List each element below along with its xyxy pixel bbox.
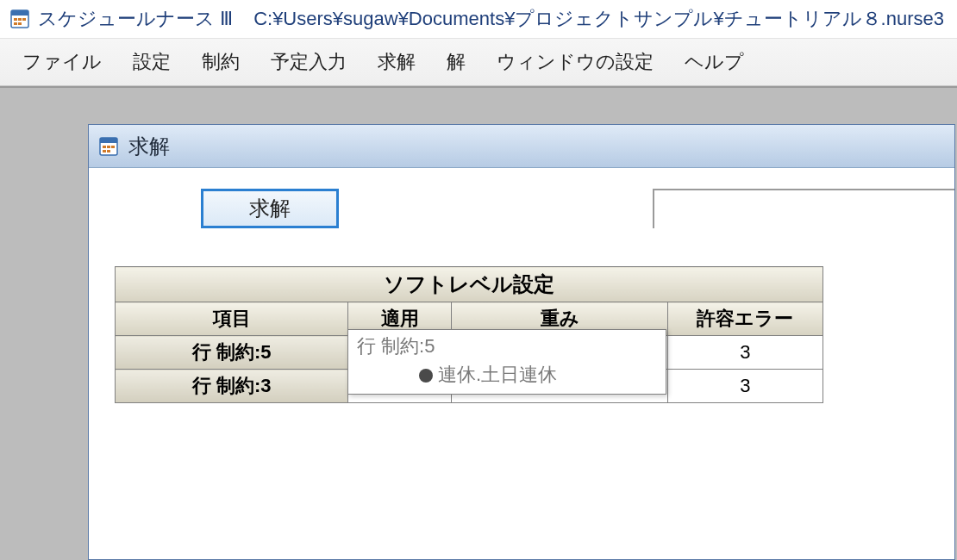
svg-rect-8 [100, 138, 117, 143]
tooltip-line1: 行 制約:5 [357, 332, 659, 360]
menu-window-settings[interactable]: ウィンドウの設定 [481, 44, 669, 80]
solve-child-window: 求解 求解 ソフトレベル設定 項目 適用 重み 許容エラー [88, 124, 955, 560]
svg-rect-13 [107, 150, 110, 152]
cell-allow-error[interactable]: 3 [667, 336, 823, 370]
cell-item[interactable]: 行 制約:5 [116, 336, 348, 370]
child-titlebar[interactable]: 求解 [89, 125, 954, 168]
main-titlebar: スケジュールナース Ⅲ C:¥Users¥sugaw¥Documents¥プロジ… [0, 0, 957, 38]
cell-allow-error[interactable]: 3 [667, 370, 823, 403]
table-caption: ソフトレベル設定 [116, 267, 823, 302]
calendar-icon [99, 137, 118, 156]
svg-rect-12 [103, 150, 106, 152]
menu-solve[interactable]: 求解 [362, 44, 431, 80]
menu-settings[interactable]: 設定 [117, 44, 186, 80]
menu-constraints[interactable]: 制約 [186, 44, 255, 80]
menu-solution[interactable]: 解 [431, 44, 481, 80]
svg-rect-3 [18, 18, 22, 21]
file-path: C:¥Users¥sugaw¥Documents¥プロジェクトサンプル¥チュート… [253, 6, 944, 32]
tooltip-line2-text: 連休.土日連休 [438, 364, 557, 385]
status-field[interactable] [653, 189, 954, 228]
col-header-allow-error[interactable]: 許容エラー [667, 302, 823, 336]
svg-rect-10 [107, 146, 110, 148]
svg-rect-2 [14, 18, 17, 21]
mdi-client-area: 求解 求解 ソフトレベル設定 項目 適用 重み 許容エラー [0, 86, 957, 560]
cell-item[interactable]: 行 制約:3 [116, 370, 348, 403]
app-title: スケジュールナース Ⅲ [38, 6, 233, 32]
svg-rect-4 [22, 18, 26, 21]
svg-rect-1 [11, 10, 28, 16]
child-window-title: 求解 [128, 133, 170, 160]
bullet-icon [419, 369, 433, 383]
svg-rect-9 [103, 146, 106, 148]
menubar: ファイル 設定 制約 予定入力 求解 解 ウィンドウの設定 ヘルプ [0, 38, 957, 86]
solve-button[interactable]: 求解 [201, 189, 339, 228]
col-header-item[interactable]: 項目 [116, 302, 348, 336]
row-tooltip: 行 制約:5 連休.土日連休 [347, 329, 666, 395]
svg-rect-5 [14, 22, 17, 25]
child-body: 求解 ソフトレベル設定 項目 適用 重み 許容エラー [89, 168, 954, 559]
app-icon [10, 9, 29, 28]
svg-rect-11 [111, 146, 115, 148]
tooltip-line2: 連休.土日連休 [357, 360, 659, 389]
menu-help[interactable]: ヘルプ [669, 44, 760, 80]
menu-file[interactable]: ファイル [7, 44, 117, 80]
svg-rect-6 [18, 22, 22, 25]
menu-schedule-input[interactable]: 予定入力 [255, 44, 362, 80]
